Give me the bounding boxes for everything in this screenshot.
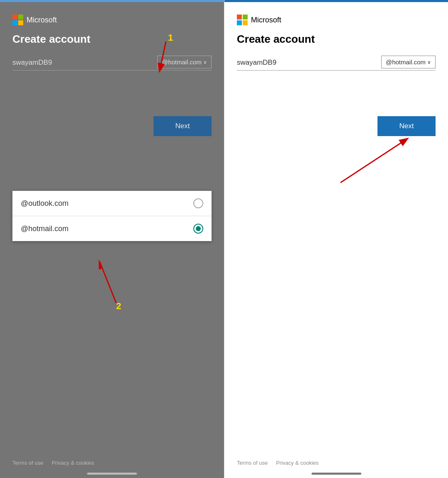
right-panel: Microsoft Create account @hotmail.com ∨ …	[224, 0, 448, 478]
radio-empty-icon	[193, 198, 203, 208]
email-input-left[interactable]	[12, 57, 157, 68]
microsoft-logo-right: Microsoft	[237, 15, 436, 25]
domain-select-text-left: @hotmail.com	[162, 59, 202, 66]
email-row-left: @hotmail.com ∨	[12, 56, 212, 71]
ms-logo-text-left: Microsoft	[27, 16, 57, 24]
email-input-right[interactable]	[237, 57, 381, 68]
ms-sq-yellow-r	[243, 20, 248, 25]
ms-sq-green-r	[243, 15, 248, 20]
privacy-link-left[interactable]: Privacy & cookies	[51, 460, 94, 466]
ms-sq-red-r	[237, 15, 242, 20]
ms-sq-blue	[12, 20, 17, 25]
dropdown-item-outlook[interactable]: @outlook.com	[12, 191, 212, 216]
home-indicator-right	[312, 473, 361, 475]
dropdown-item-hotmail-label: @hotmail.com	[21, 224, 68, 233]
next-button-left[interactable]: Next	[153, 116, 212, 136]
microsoft-logo-left: Microsoft	[12, 15, 212, 25]
domain-dropdown-left[interactable]: @outlook.com @hotmail.com	[12, 191, 212, 241]
ms-sq-green	[18, 15, 23, 20]
terms-link-left[interactable]: Terms of use	[12, 460, 43, 466]
ms-grid-icon-left	[12, 15, 23, 25]
terms-link-right[interactable]: Terms of use	[237, 460, 268, 466]
email-row-right: @hotmail.com ∨	[237, 56, 436, 71]
ms-sq-yellow	[18, 20, 23, 25]
dropdown-item-hotmail[interactable]: @hotmail.com	[12, 216, 212, 241]
footer-right: Terms of use Privacy & cookies	[224, 453, 448, 473]
privacy-link-right[interactable]: Privacy & cookies	[276, 460, 319, 466]
left-panel: Microsoft Create account @hotmail.com ∨ …	[0, 0, 224, 478]
create-account-title-left: Create account	[12, 33, 212, 46]
domain-select-text-right: @hotmail.com	[386, 59, 426, 66]
next-button-right[interactable]: Next	[377, 116, 436, 136]
home-indicator-left	[87, 473, 137, 475]
ms-sq-blue-r	[237, 20, 242, 25]
ms-sq-red	[12, 15, 17, 20]
domain-select-right[interactable]: @hotmail.com ∨	[381, 56, 436, 68]
footer-left: Terms of use Privacy & cookies	[0, 453, 224, 473]
radio-filled-icon	[193, 224, 203, 234]
domain-select-left[interactable]: @hotmail.com ∨	[157, 56, 212, 68]
dropdown-item-outlook-label: @outlook.com	[21, 199, 68, 208]
ms-logo-text-right: Microsoft	[251, 16, 281, 24]
chevron-down-icon-left: ∨	[203, 59, 207, 65]
create-account-title-right: Create account	[237, 33, 436, 46]
ms-grid-icon-right	[237, 15, 248, 25]
chevron-down-icon-right: ∨	[427, 59, 431, 65]
next-btn-container-right: Next	[237, 116, 436, 136]
next-btn-container-left: Next	[12, 116, 212, 136]
